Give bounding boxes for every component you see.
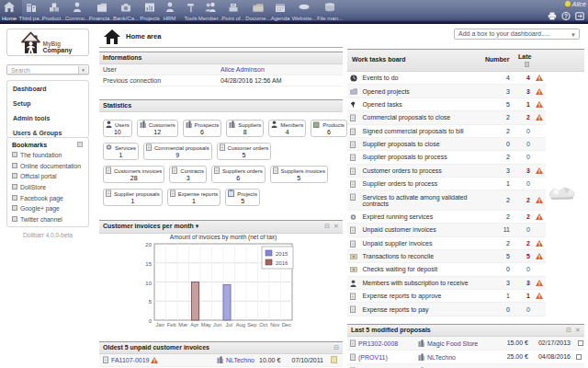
- svg-text:Apr: Apr: [190, 322, 198, 328]
- svg-text:?: ?: [564, 13, 568, 19]
- svg-text:Feb: Feb: [167, 322, 176, 328]
- svg-text:Mar: Mar: [178, 322, 187, 328]
- svg-text:5: 5: [149, 299, 153, 305]
- svg-text:Nov: Nov: [270, 322, 279, 328]
- svg-text:15: 15: [145, 261, 152, 267]
- svg-text:0: 0: [149, 318, 153, 324]
- svg-text:20: 20: [145, 242, 152, 247]
- svg-text:Dec: Dec: [282, 322, 291, 328]
- svg-text:Jan: Jan: [156, 322, 164, 328]
- svg-text:Jul: Jul: [226, 322, 232, 328]
- svg-text:10: 10: [145, 281, 152, 286]
- svg-text:Jun: Jun: [213, 322, 221, 328]
- svg-text:2016: 2016: [276, 260, 288, 266]
- svg-text:Amount of invoices by month (n: Amount of invoices by month (net of tax): [170, 234, 277, 241]
- svg-text:Oct: Oct: [259, 322, 267, 328]
- svg-text:Company: Company: [43, 47, 73, 54]
- svg-text:Aug: Aug: [236, 322, 245, 328]
- svg-text:2015: 2015: [276, 251, 288, 257]
- svg-text:May: May: [201, 322, 211, 328]
- svg-text:Sep: Sep: [247, 322, 256, 328]
